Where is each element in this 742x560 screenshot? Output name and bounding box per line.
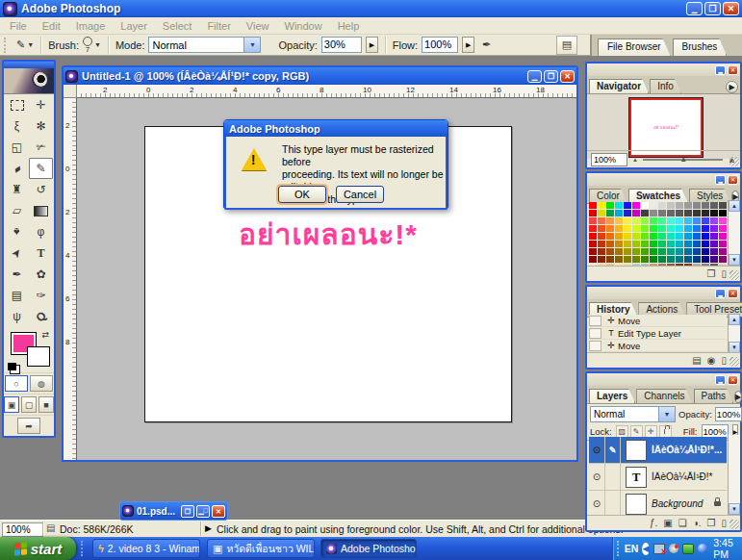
adjustment-layer-button[interactable]: ◑.: [693, 518, 702, 529]
swatch[interactable]: [702, 225, 710, 233]
start-button[interactable]: start: [0, 537, 76, 560]
dodge-tool[interactable]: φ: [29, 221, 53, 242]
minimize-button[interactable]: [686, 2, 703, 15]
swatch[interactable]: [710, 210, 719, 217]
brush-preset-dropdown[interactable]: 7 ▼: [83, 37, 101, 53]
swatch[interactable]: [606, 233, 615, 241]
swatch[interactable]: [702, 241, 710, 248]
swatch[interactable]: [615, 256, 624, 264]
swatch[interactable]: [589, 225, 598, 233]
tab-channels[interactable]: Channels: [636, 389, 692, 403]
doc-maximize-button[interactable]: [544, 70, 558, 83]
scroll-up-icon[interactable]: ▲: [729, 200, 740, 212]
blur-tool[interactable]: ♠: [5, 221, 29, 242]
tray-grip[interactable]: [617, 541, 621, 556]
magic-wand-tool[interactable]: ✻: [29, 115, 53, 137]
jump-to-imageready-button[interactable]: ➦: [17, 418, 40, 434]
swatch[interactable]: [598, 202, 606, 210]
palette-close-button[interactable]: ✕: [728, 375, 738, 385]
delete-layer-button[interactable]: ▯: [721, 518, 727, 529]
menu-select[interactable]: Select: [155, 20, 200, 32]
swatch[interactable]: [684, 210, 693, 217]
history-source-toggle[interactable]: [589, 328, 601, 339]
swatch[interactable]: [693, 256, 702, 264]
menu-edit[interactable]: Edit: [35, 20, 68, 32]
history-state[interactable]: ✛Move: [589, 340, 727, 352]
clone-stamp-tool[interactable]: ♜: [5, 179, 29, 200]
swatch[interactable]: [589, 210, 598, 217]
rect-marquee-tool[interactable]: [5, 94, 29, 115]
scroll-down-icon[interactable]: ▼: [729, 503, 740, 515]
swatch[interactable]: [650, 248, 658, 256]
swatch[interactable]: [606, 217, 615, 225]
layer-set-button[interactable]: ❏: [678, 518, 687, 529]
tab-info[interactable]: Info: [650, 79, 681, 93]
swatch[interactable]: [615, 217, 624, 225]
swatch[interactable]: [598, 256, 606, 264]
swatch[interactable]: [719, 233, 728, 241]
task-1[interactable]: ϟ2. video 8 3 - Winamp: [92, 539, 200, 558]
move-tool[interactable]: ✛: [29, 94, 53, 115]
quick-launch-grip[interactable]: [81, 541, 87, 556]
brush-tool[interactable]: ✎: [29, 158, 53, 179]
swatch[interactable]: [641, 256, 650, 264]
tab-styles[interactable]: Styles: [689, 189, 730, 203]
swatch[interactable]: [710, 225, 719, 233]
layer-opacity-input[interactable]: 100%: [715, 407, 742, 421]
swatch[interactable]: [632, 225, 641, 233]
doc-size-readout[interactable]: Doc: 586K/266K: [60, 523, 133, 535]
swatch[interactable]: [702, 256, 710, 264]
tab-navigator[interactable]: Navigator: [589, 79, 649, 93]
history-source-toggle[interactable]: [589, 316, 601, 326]
minimized-document[interactable]: 01.psd... □: [119, 501, 228, 521]
swatch[interactable]: [658, 241, 667, 248]
swatch[interactable]: [702, 233, 710, 241]
swatch[interactable]: [615, 210, 624, 217]
airbrush-toggle-button[interactable]: ✒: [482, 38, 491, 51]
swatch[interactable]: [650, 210, 658, 217]
swatch[interactable]: [589, 248, 598, 256]
scroll-down-icon[interactable]: ▼: [729, 254, 740, 266]
custom-shape-tool[interactable]: ✿: [29, 264, 53, 285]
navigator-zoom-slider[interactable]: ▲: [643, 159, 723, 161]
opacity-input[interactable]: 30%: [321, 37, 362, 53]
menu-image[interactable]: Image: [68, 20, 114, 32]
swatch[interactable]: [632, 210, 641, 217]
swatch[interactable]: [684, 217, 693, 225]
swatch[interactable]: [624, 217, 632, 225]
swatch[interactable]: [658, 248, 667, 256]
toolbox-grip[interactable]: [4, 62, 54, 68]
swatch[interactable]: [658, 217, 667, 225]
type-tool[interactable]: T: [29, 242, 53, 264]
layer-blend-mode-select[interactable]: Normal ▼: [590, 406, 676, 422]
swatch[interactable]: [615, 241, 624, 248]
layer-row[interactable]: ⊙✎TÍÂèÒà¼ÅÍ¹Ð!*...: [589, 437, 727, 464]
swatch[interactable]: [719, 225, 728, 233]
swatch[interactable]: [684, 248, 693, 256]
swatch[interactable]: [598, 225, 606, 233]
history-state[interactable]: TEdit Type Layer: [589, 327, 727, 340]
swatch[interactable]: [615, 248, 624, 256]
flow-input[interactable]: 100%: [422, 37, 458, 53]
swatch[interactable]: [632, 233, 641, 241]
swatch[interactable]: [693, 217, 702, 225]
menu-filter[interactable]: Filter: [199, 20, 238, 32]
new-swatch-button[interactable]: ❐: [707, 268, 716, 280]
swatch[interactable]: [598, 217, 606, 225]
menu-window[interactable]: Window: [277, 20, 330, 32]
swatch[interactable]: [624, 210, 632, 217]
blend-mode-select[interactable]: Normal ▼: [148, 37, 261, 53]
hand-tool[interactable]: ψ: [5, 306, 29, 327]
swatch[interactable]: [693, 233, 702, 241]
file-browser-toggle-button[interactable]: ▤: [556, 36, 577, 55]
default-colors-icon[interactable]: [8, 363, 16, 370]
swatch[interactable]: [693, 210, 702, 217]
close-button[interactable]: [723, 2, 739, 15]
palette-menu-icon[interactable]: ▶: [734, 391, 742, 403]
swatch[interactable]: [719, 241, 728, 248]
tab-color[interactable]: Color: [589, 189, 627, 203]
swatch[interactable]: [676, 210, 684, 217]
swatch[interactable]: [650, 256, 658, 264]
swatch[interactable]: [650, 217, 658, 225]
swatch[interactable]: [650, 225, 658, 233]
